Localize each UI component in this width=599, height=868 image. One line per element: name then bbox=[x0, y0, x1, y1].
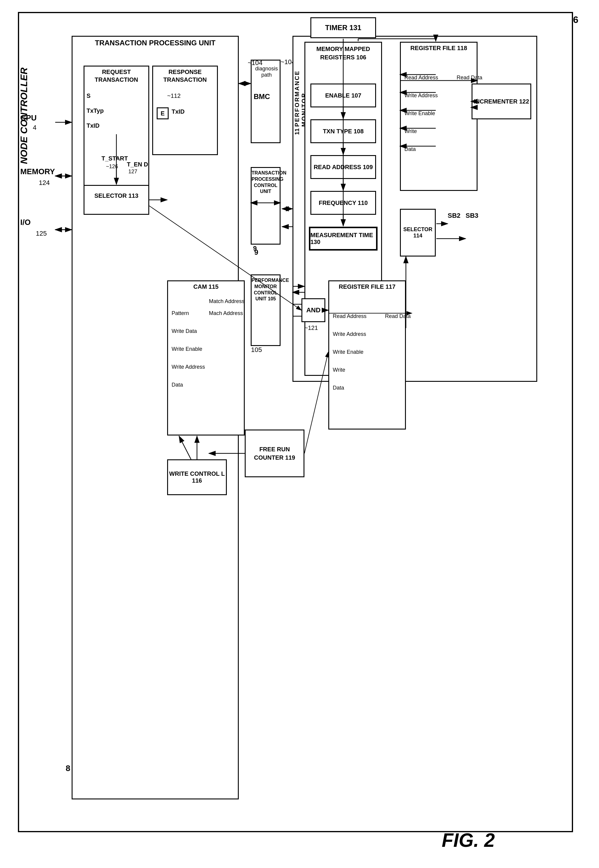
pmcu-label: PERFORMANCE MONITOR CONTROL UNIT 105 bbox=[251, 278, 280, 302]
memory-label: MEMORY bbox=[20, 167, 55, 176]
cam-115-label: CAM 115 bbox=[170, 283, 242, 290]
t-start-label: T_START bbox=[101, 155, 128, 162]
rf118-data: Data bbox=[405, 146, 416, 152]
response-transaction-label: RESPONSETRANSACTION bbox=[154, 68, 217, 84]
memory-ref: 124 bbox=[39, 179, 50, 187]
txid-label: TxID bbox=[172, 108, 184, 115]
enable-box: ENABLE 107 bbox=[310, 84, 376, 107]
t-start-ref: ~126 bbox=[106, 164, 118, 170]
t-en-d-ref: 127 bbox=[128, 168, 137, 175]
request-transaction-label: REQUESTTRANSACTION bbox=[85, 68, 148, 84]
perf-monitor-ref: 11 bbox=[293, 128, 301, 135]
cam-data: Data bbox=[172, 382, 183, 388]
rf118-read-addr: Read Address bbox=[405, 75, 438, 81]
incrementer-box: INCREMENTER 122 bbox=[471, 84, 531, 119]
bmc-label: BMC bbox=[254, 93, 270, 101]
ref-9: 9 bbox=[254, 248, 258, 257]
ref-104: ~104 bbox=[248, 59, 263, 67]
diagnosis-path-label: diagnosis path bbox=[253, 66, 280, 78]
timer-box: TIMER 131 bbox=[310, 17, 376, 38]
tpcu-label: TRANSACTION PROCESSING CONTROL UNIT bbox=[251, 170, 280, 195]
io-label: I/O bbox=[20, 218, 31, 227]
fig-label: FIG. 2 bbox=[442, 829, 495, 851]
ref-105: 105 bbox=[251, 346, 262, 354]
rf117-write-enable: Write Enable bbox=[333, 349, 364, 355]
reg-file-117-label: REGISTER FILE 117 bbox=[331, 283, 403, 290]
rf117-write: Write bbox=[333, 367, 345, 373]
sb2-label: SB2 bbox=[448, 212, 461, 219]
rt2-ref: ~112 bbox=[167, 93, 181, 99]
page: NODE CONTROLLER 6 FIG. 2 CPU 4 MEMORY 12… bbox=[0, 0, 599, 868]
rf118-read-data: Read Data bbox=[457, 75, 482, 81]
rt-signal-txtyp: TxTyp bbox=[87, 107, 104, 114]
rf117-data: Data bbox=[333, 385, 344, 391]
e-box: E bbox=[157, 107, 169, 119]
rf118-write-enable: Write Enable bbox=[405, 110, 435, 117]
rt-signal-s: S bbox=[87, 93, 90, 99]
and-ref: ~121 bbox=[304, 324, 318, 331]
cam-mach-addr: Mach Address bbox=[209, 310, 243, 317]
node-controller-label: NODE CONTROLLER bbox=[18, 15, 30, 164]
read-address-box: READ ADDRESS 109 bbox=[310, 155, 376, 179]
t-en-d-label: T_EN D bbox=[127, 161, 148, 168]
frequency-box: FREQUENCY 110 bbox=[310, 191, 376, 215]
cpu-label: CPU bbox=[20, 113, 37, 123]
reg-file-118-label: REGISTER FILE 118 bbox=[403, 45, 474, 52]
rf117-read-addr: Read Address bbox=[333, 313, 367, 320]
rf117-write-addr: Write Address bbox=[333, 331, 366, 337]
cpu-ref: 4 bbox=[33, 124, 36, 132]
selector-113-label: SELECTOR 113 bbox=[87, 192, 146, 199]
io-ref: 125 bbox=[36, 230, 47, 237]
ref-8: 8 bbox=[66, 764, 71, 773]
rf118-write-addr: Write Address bbox=[405, 93, 438, 99]
rf117-read-data: Read Data bbox=[385, 313, 411, 320]
selector-114-box: SELECTOR 114 bbox=[400, 209, 436, 257]
txn-type-box: TXN TYPE 108 bbox=[310, 119, 376, 143]
free-run-counter-box: FREE RUN COUNTER 119 bbox=[245, 429, 304, 477]
rf118-write: Write bbox=[405, 128, 417, 135]
mmr-label: MEMORY MAPPEDREGISTERS 106 bbox=[306, 45, 381, 62]
ref-6: 6 bbox=[573, 14, 578, 26]
rt-signal-txid: TxID bbox=[87, 122, 99, 129]
tpu-label: TRANSACTION PROCESSING UNIT bbox=[73, 39, 237, 47]
cam-write-data: Write Data bbox=[172, 328, 197, 334]
cam-write-address: Write Address bbox=[172, 364, 205, 370]
write-control-box: WRITE CONTROL L 116 bbox=[167, 460, 227, 495]
cam-pattern: Pattern bbox=[172, 310, 189, 317]
cam-write-enable: Write Enable bbox=[172, 346, 202, 352]
and-gate-box: AND bbox=[301, 298, 325, 322]
cam-match-addr: Match Address bbox=[209, 298, 244, 305]
sb3-label: SB3 bbox=[466, 212, 479, 219]
measurement-time-box: MEASUREMENT TIME 130 bbox=[309, 227, 378, 251]
selector-113-box bbox=[84, 185, 149, 215]
